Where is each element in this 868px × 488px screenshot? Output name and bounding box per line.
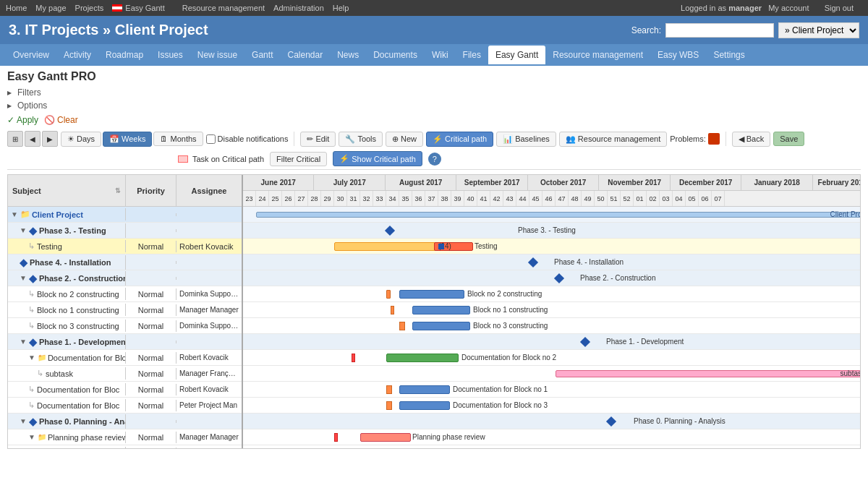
- row-phase3[interactable]: ▼ ◆ Phase 3. - Testing: [8, 223, 242, 239]
- bar-block2[interactable]: [399, 290, 464, 299]
- sign-out-link[interactable]: Sign out: [825, 4, 854, 12]
- row-subtask[interactable]: ↳ subtask Normal Manager Française: [8, 366, 242, 382]
- tab-roadmap[interactable]: Roadmap: [98, 46, 150, 64]
- options-toggle[interactable]: ▶ Options: [7, 99, 861, 112]
- tab-easy-wbs[interactable]: Easy WBS: [650, 46, 706, 64]
- tools-button[interactable]: 🔧 Tools: [339, 132, 383, 147]
- chart-row-block2: Block no 2 constructing: [243, 286, 860, 302]
- row-phase1[interactable]: ▼ ◆ Phase 1. - Development: [8, 334, 242, 350]
- bar-planning-start[interactable]: [334, 433, 338, 442]
- bar-planning[interactable]: [360, 433, 411, 442]
- filters-toggle[interactable]: ▶ Filters: [7, 86, 861, 99]
- show-critical-path-button[interactable]: ⚡ Show Critical path: [333, 151, 422, 166]
- milestone-phase1[interactable]: [580, 337, 590, 347]
- filter-critical-button[interactable]: Filter Critical: [270, 152, 327, 166]
- nav-home[interactable]: Home: [6, 4, 27, 12]
- tab-issues[interactable]: Issues: [150, 46, 190, 64]
- row-block1[interactable]: ↳ Block no 1 constructing Normal Manager…: [8, 302, 242, 318]
- info-icon[interactable]: ?: [428, 153, 441, 166]
- row-planning-review[interactable]: ▼ 📁 Planning phase review Normal Manager…: [8, 429, 242, 445]
- save-button[interactable]: Save: [773, 132, 804, 146]
- row-block2[interactable]: ↳ Block no 2 constructing Normal Dominka…: [8, 286, 242, 302]
- collapse-icon-phase3[interactable]: ▼: [20, 226, 27, 234]
- nav-administration[interactable]: Administration: [273, 4, 324, 12]
- bar-doc1-start[interactable]: [352, 354, 355, 362]
- bar-block2-start[interactable]: [386, 290, 391, 299]
- collapse-icon-doc1[interactable]: ▼: [28, 354, 35, 361]
- row-doc2[interactable]: ↳ Documentation for Bloc Normal Robert K…: [8, 382, 242, 398]
- bar-subtask[interactable]: [556, 370, 860, 377]
- nav-resource-mgmt[interactable]: Resource management: [182, 4, 265, 12]
- tab-gantt[interactable]: Gantt: [244, 46, 280, 64]
- tab-overview[interactable]: Overview: [6, 46, 56, 64]
- collapse-icon[interactable]: ▼: [11, 210, 18, 218]
- row-phase4[interactable]: ◆ Phase 4. - Installation: [8, 254, 242, 270]
- search-input[interactable]: [665, 23, 774, 38]
- phase0-assignee: [176, 420, 242, 423]
- bar-doc3[interactable]: [399, 401, 450, 410]
- tab-easy-gantt[interactable]: Easy Gantt: [488, 46, 545, 64]
- row-block3[interactable]: ↳ Block no 3 constructing Normal Dominka…: [8, 318, 242, 334]
- collapse-icon-phase2[interactable]: ▼: [20, 274, 27, 282]
- nav-help[interactable]: Help: [333, 4, 349, 12]
- bar-doc2[interactable]: [399, 385, 450, 394]
- bar-client-project[interactable]: [256, 212, 860, 218]
- baselines-button[interactable]: 📊 Baselines: [496, 132, 556, 147]
- row-client-project[interactable]: ▼ 📁 Client Project: [8, 207, 242, 223]
- nav-projects[interactable]: Projects: [75, 4, 104, 12]
- row-subtask-doc[interactable]: ↳ Subtask for Doc Normal Manager IT: [8, 445, 242, 448]
- apply-button[interactable]: ✓ Apply: [7, 115, 38, 125]
- bar-testing-1[interactable]: [334, 242, 438, 251]
- tab-resource-mgmt[interactable]: Resource management: [545, 46, 650, 64]
- search-scope-select[interactable]: » Client Project: [778, 22, 859, 38]
- gantt-scroll-area[interactable]: June 2017 July 2017 August 2017 Septembe…: [243, 175, 860, 448]
- tab-documents[interactable]: Documents: [366, 46, 425, 64]
- subject-sort-icon[interactable]: ⇅: [115, 187, 121, 194]
- bar-block3[interactable]: [412, 322, 470, 330]
- milestone-phase3[interactable]: [385, 226, 395, 236]
- tab-files[interactable]: Files: [456, 46, 488, 64]
- days-button[interactable]: ☀ Days: [61, 132, 101, 147]
- bar-doc2-start[interactable]: [386, 385, 392, 394]
- milestone-phase4[interactable]: [528, 257, 538, 267]
- back-button[interactable]: ◀ Back: [732, 132, 770, 147]
- bar-doc1[interactable]: [386, 354, 459, 362]
- tab-settings[interactable]: Settings: [706, 46, 752, 64]
- tab-calendar[interactable]: Calendar: [280, 46, 330, 64]
- row-testing[interactable]: ↳ Testing Normal Robert Kovacik: [8, 239, 242, 254]
- subject-cell-phase4: ◆ Phase 4. - Installation: [8, 255, 126, 270]
- my-account-link[interactable]: My account: [768, 4, 809, 12]
- collapse-icon-phase0[interactable]: ▼: [20, 417, 27, 425]
- nav-easy-gantt[interactable]: Easy Gantt: [125, 4, 164, 12]
- edit-button[interactable]: ✏ Edit: [300, 132, 336, 147]
- months-button[interactable]: 🗓 Months: [153, 132, 203, 146]
- weeks-button[interactable]: 📅 Weeks: [103, 132, 152, 147]
- bar-block3-start[interactable]: [399, 322, 405, 330]
- row-doc1[interactable]: ▼ 📁 Documentation for Bloc Normal Robert…: [8, 350, 242, 366]
- tab-activity[interactable]: Activity: [56, 46, 98, 64]
- arrow-right-icon[interactable]: ▶: [42, 131, 58, 147]
- clear-button[interactable]: 🚫 Clear: [44, 115, 78, 125]
- collapse-icon-planning[interactable]: ▼: [28, 433, 35, 441]
- new-button[interactable]: ⊕ New: [386, 132, 423, 147]
- critical-path-button[interactable]: ⚡ Critical path: [426, 132, 493, 147]
- row-doc3[interactable]: ↳ Documentation for Bloc Normal Peter Pr…: [8, 398, 242, 414]
- arrow-left-icon[interactable]: ◀: [25, 131, 41, 147]
- tab-new-issue[interactable]: New issue: [190, 46, 244, 64]
- gantt-view-icon[interactable]: ⊞: [7, 131, 23, 147]
- milestone-phase0[interactable]: [606, 416, 616, 427]
- bar-block1[interactable]: [412, 306, 470, 314]
- tab-wiki[interactable]: Wiki: [425, 46, 456, 64]
- problems-indicator[interactable]: [708, 133, 720, 145]
- row-phase0[interactable]: ▼ ◆ Phase 0. Planning - Analysis: [8, 414, 242, 429]
- row-phase2[interactable]: ▼ ◆ Phase 2. - Construction: [8, 270, 242, 286]
- nav-mypage[interactable]: My page: [35, 4, 66, 12]
- collapse-icon-phase1[interactable]: ▼: [20, 338, 27, 346]
- bar-block1-start[interactable]: [391, 306, 394, 314]
- filters-label: Filters: [17, 87, 41, 98]
- tab-news[interactable]: News: [330, 46, 366, 64]
- milestone-phase2[interactable]: [554, 273, 564, 283]
- bar-doc3-start[interactable]: [386, 401, 392, 410]
- resource-mgmt-button[interactable]: 👥 Resource management: [559, 132, 667, 147]
- disable-notifications-checkbox[interactable]: [206, 134, 216, 144]
